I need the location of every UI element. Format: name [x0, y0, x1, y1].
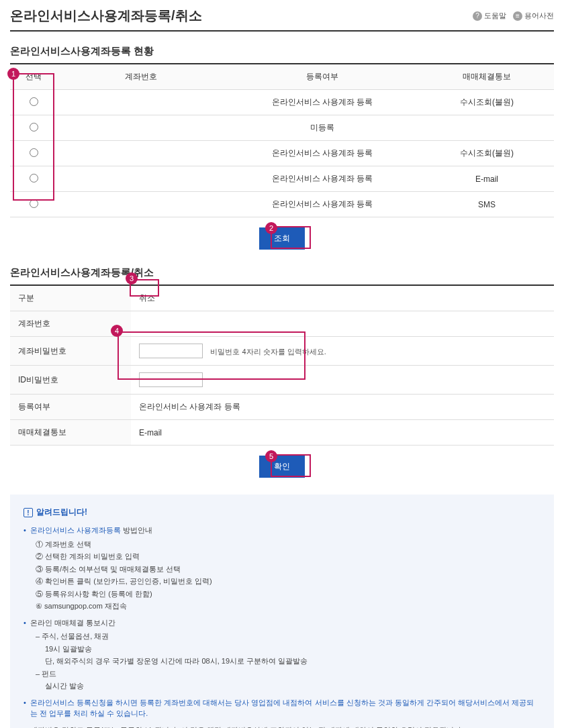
notice-item-3: 온라인서비스 등록신청을 하시면 등록한 계좌번호에 대해서는 당사 영업점에 … [23, 697, 540, 719]
guide-suffix: 방법안내 [121, 526, 152, 534]
cell-notice: 수시조회(불원) [420, 90, 554, 115]
help-icon: ? [473, 11, 482, 21]
status-section-title: 온라인서비스사용계좌등록 현황 [10, 45, 554, 58]
annotation-marker-5: 5 [265, 450, 277, 462]
label-type: 구분 [10, 285, 131, 311]
help-label: 도움말 [484, 11, 506, 21]
annotation-marker-3: 3 [126, 272, 138, 284]
notice-item-4: 계좌번호 단위로 등록(또는 등록취소) 됩니다. 이 경우 해당 계좌번호상에… [23, 725, 540, 729]
select-radio[interactable] [30, 174, 38, 183]
guide-step: ① 계좌번호 선택 [36, 539, 540, 550]
guide-step: ⑥ samsungpop.com 재접속 [36, 601, 540, 612]
label-id-pw: ID비밀번호 [10, 366, 131, 395]
col-registered: 등록여부 [225, 64, 420, 90]
label-notice: 매매체결통보 [10, 420, 131, 446]
notice-item-time: 온라인 매매체결 통보시간 – 주식, 선물옵션, 채권 19시 일괄발송 단,… [23, 617, 540, 692]
cell-registered: 온라인서비스 사용계좌 등록 [225, 90, 420, 115]
annotation-marker-2: 2 [265, 222, 277, 234]
select-radio[interactable] [30, 97, 38, 106]
select-radio[interactable] [30, 148, 38, 157]
guide-step: ④ 확인버튼 클릭 (보안카드, 공인인증, 비밀번호 입력) [36, 576, 540, 587]
confirm-button-wrap: 5 확인 [10, 456, 554, 478]
time-stock-label: – 주식, 선물옵션, 채권 [36, 631, 540, 642]
query-button-wrap: 2 조회 [10, 227, 554, 250]
cell-registered: 미등록 [225, 115, 420, 141]
status-table: 선택 계좌번호 등록여부 매매체결통보 온라인서비스 사용계좌 등록수시조회(불… [10, 63, 554, 217]
guide-step: ③ 등록/취소 여부선택 및 매매체결통보 선택 [36, 564, 540, 575]
time-fund-label: – 펀드 [36, 668, 540, 680]
value-registered: 온라인서비스 사용계좌 등록 [131, 395, 554, 420]
col-account: 계좌번호 [57, 64, 225, 90]
time-stock-1: 19시 일괄발송 [45, 643, 540, 655]
notice-3-text: 온라인서비스 등록신청을 하시면 등록한 계좌번호에 대해서는 당사 영업점에 … [30, 698, 534, 718]
notice-item-guide: 온라인서비스 사용계좌등록 방법안내 ① 계좌번호 선택② 선택한 계좌의 비밀… [23, 525, 540, 612]
notice-4a: 계좌번호 단위로 등록(또는 등록취소) 됩니다. 이 경우 해당 계좌번호상에… [30, 726, 463, 729]
guide-link[interactable]: 온라인서비스 사용계좌등록 [30, 526, 121, 534]
header-links: ?도움말 ≡용어사전 [473, 11, 554, 21]
page-title: 온라인서비스사용계좌등록/취소 [10, 7, 202, 25]
table-row: 미등록 [10, 115, 554, 141]
cell-account [57, 115, 225, 141]
notice-title: ! 알려드립니다! [23, 507, 540, 518]
cell-account [57, 192, 225, 217]
col-notice: 매매체결통보 [420, 64, 554, 90]
value-account [131, 311, 554, 337]
account-password-input[interactable] [139, 344, 203, 358]
select-radio[interactable] [30, 123, 38, 132]
cell-account [57, 166, 225, 192]
cell-registered: 온라인서비스 사용계좌 등록 [225, 192, 420, 217]
form-table: 구분 3 취소 계좌번호 계좌비밀번호 4 비밀번호 4자리 숫자를 입력하세요… [10, 284, 554, 446]
glossary-label: 용어사전 [524, 11, 554, 21]
annotation-marker-4: 4 [111, 325, 123, 337]
book-icon: ≡ [513, 11, 522, 21]
glossary-link[interactable]: ≡용어사전 [513, 11, 554, 21]
cell-account [57, 141, 225, 166]
cell-notice: 수시조회(불원) [420, 141, 554, 166]
notice-panel: ! 알려드립니다! 온라인서비스 사용계좌등록 방법안내 ① 계좌번호 선택② … [10, 495, 554, 728]
cell-account [57, 90, 225, 115]
account-password-hint: 비밀번호 4자리 숫자를 입력하세요. [210, 348, 326, 356]
guide-step: ⑤ 등록유의사항 확인 (등록에 한함) [36, 588, 540, 600]
table-row: 온라인서비스 사용계좌 등록SMS [10, 192, 554, 217]
form-section-title: 온라인서비스사용계좌등록/취소 [10, 266, 554, 279]
time-fund-1: 실시간 발송 [45, 680, 540, 692]
cell-notice [420, 115, 554, 141]
table-row: 온라인서비스 사용계좌 등록수시조회(불원) [10, 141, 554, 166]
label-account-pw: 계좌비밀번호 [10, 337, 131, 366]
select-radio[interactable] [30, 199, 38, 208]
value-type: 취소 [139, 293, 155, 303]
page-header: 온라인서비스사용계좌등록/취소 ?도움말 ≡용어사전 [10, 7, 554, 32]
cell-notice: SMS [420, 192, 554, 217]
cell-registered: 온라인서비스 사용계좌 등록 [225, 166, 420, 192]
time-title: 온라인 매매체결 통보시간 [30, 619, 115, 627]
time-stock-2: 단, 해외주식의 경우 국가별 장운영 시간에 따라 08시, 19시로 구분하… [45, 656, 540, 667]
table-row: 온라인서비스 사용계좌 등록수시조회(불원) [10, 90, 554, 115]
help-link[interactable]: ?도움말 [473, 11, 506, 21]
id-password-input[interactable] [139, 372, 203, 387]
notice-title-text: 알려드립니다! [36, 507, 87, 518]
info-icon: ! [23, 508, 33, 517]
annotation-marker-1: 1 [7, 68, 19, 80]
cell-registered: 온라인서비스 사용계좌 등록 [225, 141, 420, 166]
cell-notice: E-mail [420, 166, 554, 192]
table-row: 온라인서비스 사용계좌 등록E-mail [10, 166, 554, 192]
guide-step: ② 선택한 계좌의 비밀번호 입력 [36, 551, 540, 562]
label-registered: 등록여부 [10, 395, 131, 420]
value-notice: E-mail [131, 420, 554, 446]
